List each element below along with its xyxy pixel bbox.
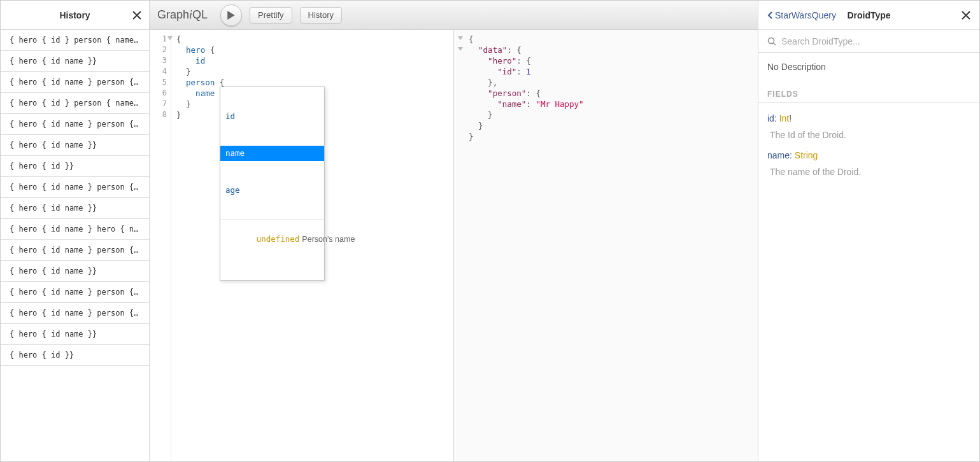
- prettify-button[interactable]: Prettify: [250, 7, 292, 24]
- query-editor-wrap: 1 2 3 4 5 6 7 8 { hero { id } person { n…: [150, 30, 453, 461]
- autocomplete-item[interactable]: age: [220, 183, 324, 198]
- line-number: 3: [150, 55, 167, 66]
- query-gutter: 1 2 3 4 5 6 7 8: [150, 30, 171, 461]
- docs-header: StarWarsQuery DroidType: [758, 1, 979, 30]
- autocomplete-item[interactable]: id: [220, 109, 324, 124]
- history-panel: History { hero { id } person { name }… {…: [1, 1, 150, 461]
- colon: :: [774, 113, 779, 123]
- code-token: 1: [526, 67, 531, 76]
- history-item[interactable]: { hero { id name }}: [1, 198, 149, 219]
- code-token: {: [215, 78, 224, 87]
- field-name: id: [767, 113, 774, 123]
- docs-field[interactable]: name: String The name of the Droid.: [767, 150, 970, 177]
- code-token: },: [488, 78, 497, 87]
- result-viewer[interactable]: { "data": { "hero": { "id": 1 }, "person…: [464, 30, 758, 461]
- play-icon: [227, 11, 235, 20]
- code-token: }: [186, 99, 191, 109]
- history-item[interactable]: { hero { id name }}: [1, 51, 149, 72]
- topbar: GraphiQL Prettify History: [150, 1, 758, 30]
- history-item[interactable]: { hero { id name }}: [1, 324, 149, 345]
- field-nonnull: !: [789, 113, 792, 123]
- history-list: { hero { id } person { name }… { hero { …: [1, 30, 149, 461]
- docs-close-icon[interactable]: [962, 9, 970, 22]
- autocomplete-popup: id name age undefinedPerson's name: [220, 87, 325, 281]
- history-title: History: [59, 10, 90, 20]
- field-type: String: [795, 150, 818, 160]
- docs-field[interactable]: id: Int! The Id of the Droid.: [767, 113, 970, 140]
- code-token: {: [469, 34, 474, 44]
- docs-back-button[interactable]: StarWarsQuery: [767, 10, 836, 20]
- main-area: GraphiQL Prettify History 1 2 3 4 5 6 7 …: [150, 1, 758, 461]
- code-token: "data": [478, 45, 507, 55]
- graphiql-logo: GraphiQL: [157, 8, 213, 22]
- colon: :: [790, 150, 795, 160]
- code-token: }: [186, 67, 191, 76]
- history-item[interactable]: { hero { id name } person { a…: [1, 177, 149, 198]
- line-number: 4: [150, 66, 167, 77]
- history-item[interactable]: { hero { id name } person { n…: [1, 282, 149, 303]
- docs-back-label: StarWarsQuery: [775, 10, 836, 20]
- code-token: }: [176, 110, 181, 120]
- line-number: 5: [150, 77, 167, 88]
- history-item[interactable]: { hero { id name } person { a…: [1, 72, 149, 93]
- docs-search: [758, 30, 979, 53]
- docs-body: No Description FIELDS id: Int! The Id of…: [758, 53, 979, 186]
- docs-fields-header: FIELDS: [758, 83, 979, 103]
- line-number: 7: [150, 99, 167, 109]
- result-gutter: [454, 30, 464, 461]
- code-token: "Mr Happy": [536, 99, 583, 109]
- code-token: {: [176, 34, 181, 44]
- fold-icon[interactable]: [458, 36, 463, 40]
- history-item[interactable]: { hero { id name } person { i…: [1, 240, 149, 261]
- history-item[interactable]: { hero { id }}: [1, 156, 149, 177]
- field-description: The name of the Droid.: [770, 167, 970, 177]
- code-token: "person": [488, 88, 526, 98]
- svg-point-0: [769, 38, 774, 43]
- field-type: Int: [779, 113, 790, 123]
- code-token: id: [195, 56, 205, 66]
- code-token: }: [478, 121, 483, 130]
- line-number: 2: [150, 45, 167, 55]
- docs-panel: StarWarsQuery DroidType No Description F…: [758, 1, 979, 461]
- code-token: :: [516, 67, 526, 76]
- code-token: : {: [516, 56, 531, 66]
- autocomplete-type: undefined: [257, 234, 300, 244]
- code-token: {: [205, 45, 215, 55]
- result-wrap: { "data": { "hero": { "id": 1 }, "person…: [453, 30, 758, 461]
- history-item[interactable]: { hero { id name }}: [1, 135, 149, 156]
- code-token: : {: [526, 88, 541, 98]
- code-token: hero: [186, 45, 205, 55]
- run-button[interactable]: [220, 4, 242, 26]
- history-item[interactable]: { hero { id name } person { a…: [1, 303, 149, 324]
- history-close-icon[interactable]: [132, 9, 141, 22]
- history-item[interactable]: { hero { id name } hero { nam…: [1, 219, 149, 240]
- editors: 1 2 3 4 5 6 7 8 { hero { id } person { n…: [150, 30, 758, 461]
- field-name: name: [767, 150, 790, 160]
- code-token: "name": [497, 99, 526, 109]
- autocomplete-description: undefinedPerson's name: [220, 220, 324, 258]
- docs-search-input[interactable]: [781, 36, 970, 46]
- svg-line-1: [774, 43, 776, 45]
- history-button[interactable]: History: [300, 7, 342, 24]
- history-header: History: [1, 1, 149, 30]
- code-token: "hero": [488, 56, 516, 66]
- history-item[interactable]: { hero { id name } person { n…: [1, 114, 149, 135]
- history-item[interactable]: { hero { id } person { name }…: [1, 30, 149, 51]
- history-item[interactable]: { hero { id } person { name }…: [1, 93, 149, 114]
- fold-icon[interactable]: [458, 47, 463, 51]
- docs-description: No Description: [767, 62, 970, 72]
- logo-text: Graph: [157, 8, 189, 21]
- code-token: name: [195, 88, 215, 98]
- history-item[interactable]: { hero { id name }}: [1, 261, 149, 282]
- chevron-left-icon: [767, 11, 772, 19]
- autocomplete-item[interactable]: name: [220, 146, 324, 161]
- field-description: The Id of the Droid.: [770, 130, 970, 140]
- logo-text: QL: [192, 8, 208, 21]
- search-icon: [767, 37, 776, 46]
- code-token: :: [526, 99, 536, 109]
- query-editor[interactable]: { hero { id } person { name } } id name …: [171, 30, 453, 461]
- code-token: "id": [497, 67, 516, 76]
- history-item[interactable]: { hero { id }}: [1, 345, 149, 366]
- code-token: }: [488, 110, 493, 120]
- code-token: : {: [507, 45, 522, 55]
